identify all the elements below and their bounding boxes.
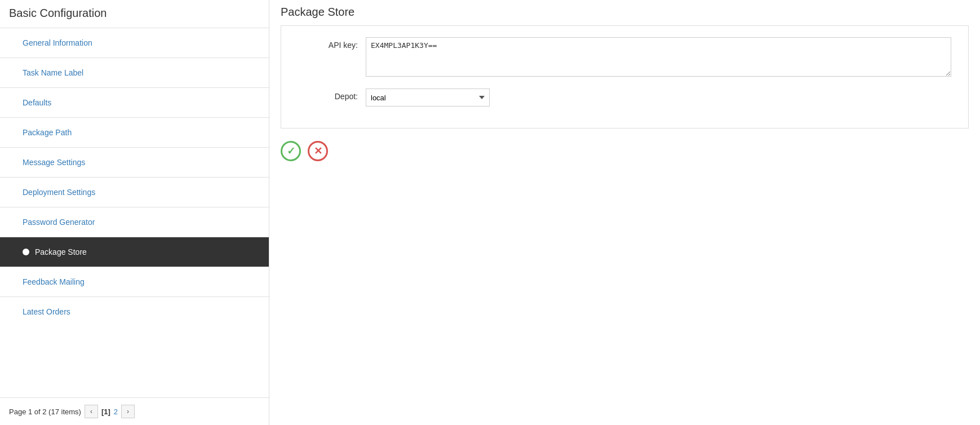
sidebar-item-label: Latest Orders: [23, 307, 70, 316]
depot-label: Depot:: [298, 88, 366, 101]
current-page-label: [1]: [101, 408, 110, 416]
sidebar-item-label: Package Path: [23, 128, 72, 137]
confirm-button[interactable]: ✓: [281, 141, 301, 161]
main-content: Package Store API key: Depot: local remo…: [269, 0, 980, 425]
sidebar: Basic Configuration General Information …: [0, 0, 269, 425]
depot-select[interactable]: local remote: [366, 88, 490, 107]
sidebar-item-deployment-settings[interactable]: Deployment Settings: [0, 177, 269, 207]
sidebar-item-label: General Information: [23, 38, 92, 47]
cancel-button[interactable]: ✕: [308, 141, 328, 161]
sidebar-item-label: Message Settings: [23, 158, 85, 167]
sidebar-item-password-generator[interactable]: Password Generator: [0, 207, 269, 237]
prev-page-button[interactable]: ‹: [85, 405, 98, 418]
sidebar-item-label: Defaults: [23, 98, 51, 107]
sidebar-item-label: Password Generator: [23, 218, 95, 227]
next-page-link[interactable]: 2: [114, 408, 118, 416]
sidebar-item-package-store[interactable]: Package Store: [0, 237, 269, 267]
sidebar-item-label: Feedback Mailing: [23, 277, 85, 286]
depot-row: Depot: local remote: [298, 88, 951, 107]
sidebar-item-package-path[interactable]: Package Path: [0, 117, 269, 147]
sidebar-title: Basic Configuration: [0, 0, 269, 28]
sidebar-item-defaults[interactable]: Defaults: [0, 87, 269, 117]
sidebar-item-label: Task Name Label: [23, 68, 83, 77]
sidebar-item-latest-orders[interactable]: Latest Orders: [0, 296, 269, 326]
sidebar-item-task-name-label[interactable]: Task Name Label: [0, 57, 269, 87]
api-key-wrap: [366, 37, 951, 78]
depot-wrap: local remote: [366, 88, 951, 107]
next-page-button[interactable]: ›: [121, 405, 135, 418]
content-title: Package Store: [281, 6, 969, 25]
sidebar-item-label: Package Store: [35, 247, 87, 256]
pagination: Page 1 of 2 (17 items) ‹ [1] 2 ›: [0, 397, 269, 425]
sidebar-item-general-information[interactable]: General Information: [0, 28, 269, 57]
active-dot-icon: [23, 249, 29, 255]
api-key-row: API key:: [298, 37, 951, 78]
api-key-label: API key:: [298, 37, 366, 50]
api-key-input[interactable]: [366, 37, 951, 77]
sidebar-item-feedback-mailing[interactable]: Feedback Mailing: [0, 267, 269, 296]
pagination-text: Page 1 of 2 (17 items): [9, 408, 81, 416]
sidebar-item-message-settings[interactable]: Message Settings: [0, 147, 269, 177]
action-buttons: ✓ ✕: [281, 138, 969, 161]
package-store-form: API key: Depot: local remote: [281, 25, 969, 129]
sidebar-item-label: Deployment Settings: [23, 188, 95, 197]
